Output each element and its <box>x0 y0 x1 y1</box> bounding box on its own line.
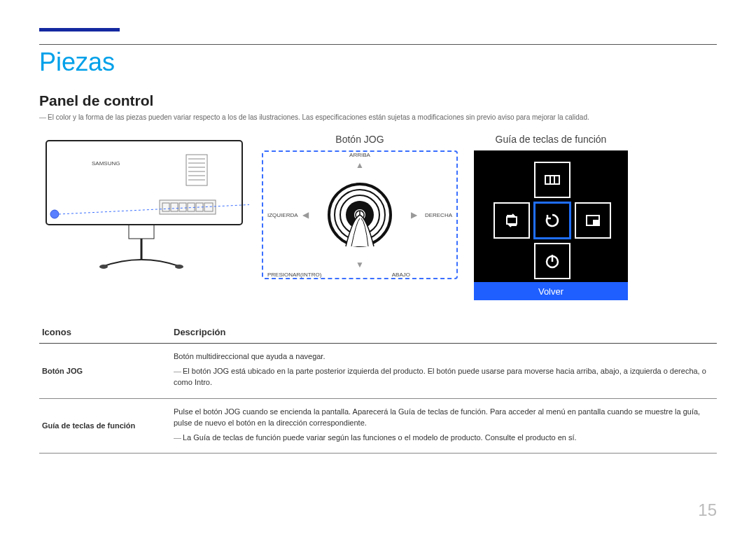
return-arrow-icon <box>544 212 561 229</box>
pip-icon <box>584 212 601 229</box>
arrow-down-icon: ▼ <box>356 260 364 269</box>
arrow-left-icon: ◀ <box>302 210 309 220</box>
guide-button-top[interactable] <box>534 162 570 198</box>
guide-title: Guía de teclas de función <box>470 134 631 145</box>
return-label-bar: Volver <box>474 282 628 300</box>
arrow-up-icon: ▲ <box>356 160 364 170</box>
monitor-brand-label: SAMSUNG <box>92 160 120 167</box>
row-icon-label: Botón JOG <box>39 344 171 399</box>
jog-label-left: IZQUIERDA <box>267 212 298 218</box>
guide-button-center-selected[interactable] <box>534 202 570 239</box>
svg-rect-1 <box>186 155 207 185</box>
svg-rect-27 <box>545 176 559 184</box>
jog-label-right: DERECHA <box>425 212 452 218</box>
section-subtitle: Panel de control <box>39 92 717 109</box>
function-key-guide-panel: Volver <box>474 150 628 300</box>
page-number: 15 <box>698 500 717 520</box>
svg-line-17 <box>59 204 249 214</box>
menu-grid-icon <box>544 171 561 188</box>
svg-rect-30 <box>507 217 517 224</box>
jog-illustration-box: ARRIBA IZQUIERDA DERECHA ABAJO PRESIONAR… <box>262 150 458 279</box>
table-row: Guía de teclas de función Pulse el botón… <box>39 398 717 454</box>
row-desc-cell: Pulse el botón JOG cuando se encienda la… <box>171 398 717 454</box>
svg-rect-32 <box>593 220 598 225</box>
svg-point-20 <box>99 265 108 269</box>
guide-button-bottom[interactable] <box>534 243 570 279</box>
jog-title: Botón JOG <box>262 134 458 145</box>
guide-button-left[interactable] <box>493 202 530 239</box>
jog-button-icon <box>325 180 395 250</box>
note-text: ―El color y la forma de las piezas puede… <box>39 113 717 121</box>
col-header-desc: Descripción <box>171 321 717 344</box>
col-header-icons: Iconos <box>39 321 171 344</box>
jog-label-down: ABAJO <box>392 272 410 278</box>
row-desc-cell: Botón multidireccional que ayuda a naveg… <box>171 344 717 399</box>
svg-point-21 <box>175 265 183 269</box>
description-table: Iconos Descripción Botón JOG Botón multi… <box>39 321 717 454</box>
arrow-right-icon: ▶ <box>411 210 417 220</box>
jog-label-press: PRESIONAR(INTRO) <box>267 272 321 278</box>
power-icon <box>543 252 561 270</box>
accent-bar <box>39 28 120 31</box>
svg-rect-18 <box>129 225 154 239</box>
divider-top <box>39 44 717 45</box>
source-cycle-icon <box>503 212 520 229</box>
jog-label-up: ARRIBA <box>349 152 370 158</box>
guide-button-right[interactable] <box>575 202 611 239</box>
monitor-illustration: SAMSUNG <box>39 134 249 274</box>
table-row: Botón JOG Botón multidireccional que ayu… <box>39 344 717 399</box>
row-icon-label: Guía de teclas de función <box>39 398 171 454</box>
page-title: Piezas <box>39 48 717 77</box>
